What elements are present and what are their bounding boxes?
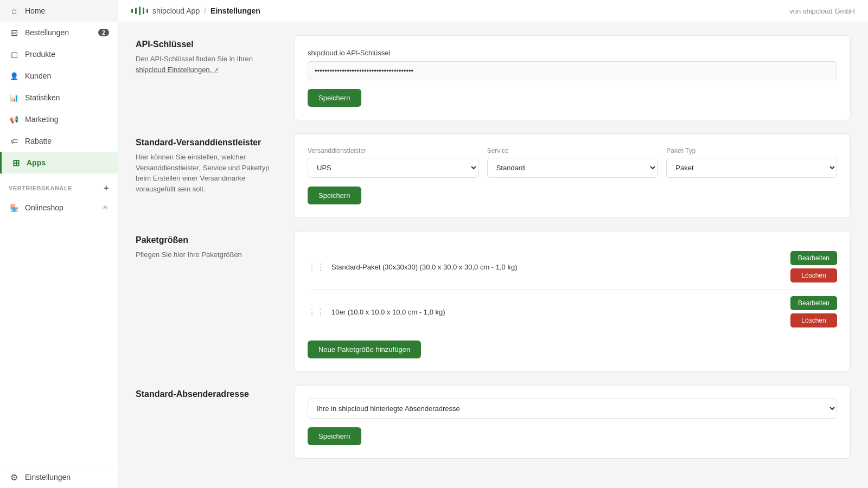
orders-icon xyxy=(9,27,20,38)
api-key-desc-text: Den API-Schlüssel finden Sie in Ihren sh… xyxy=(136,54,277,75)
api-key-input[interactable] xyxy=(308,61,837,80)
sidebar-item-kunden[interactable]: Kunden xyxy=(0,65,118,87)
main-content: shipcloud App / Einstellungen von shipcl… xyxy=(118,0,868,488)
shipcloud-logo xyxy=(131,7,148,15)
sender-address-title: Standard-Absenderadresse xyxy=(136,389,277,399)
sidebar-item-home[interactable]: Home xyxy=(0,0,118,22)
sidebar-item-apps[interactable]: Apps xyxy=(0,152,118,174)
package-type-dropdown-group: Paket-Typ Paket xyxy=(666,147,837,178)
api-key-section: API-Schlüssel Den API-Schlüssel finden S… xyxy=(136,35,851,120)
marketing-icon xyxy=(9,114,20,125)
discounts-icon xyxy=(9,136,20,146)
edit-package-button[interactable]: Bearbeiten xyxy=(790,296,837,310)
package-actions: Bearbeiten Löschen xyxy=(790,296,837,328)
package-sizes-description: Paketgrößen Pflegen Sie hier Ihre Paketg… xyxy=(136,231,277,372)
sidebar-item-bestellungen[interactable]: Bestellungen 2 xyxy=(0,22,118,43)
external-link-icon: ↗ xyxy=(214,67,219,73)
drag-handle-icon[interactable]: ⋮⋮ xyxy=(308,307,325,317)
carrier-select[interactable]: UPS xyxy=(308,158,478,178)
add-channel-icon[interactable] xyxy=(104,182,109,194)
package-name: 10er (10,0 x 10,0 x 10,0 cm - 1,0 kg) xyxy=(331,308,784,316)
carrier-save-button[interactable]: Speichern xyxy=(308,187,361,204)
breadcrumb: shipcloud App / Einstellungen xyxy=(131,7,260,15)
sender-address-form: Ihre in shipcloud hinterlegte Absenderad… xyxy=(294,385,851,459)
carrier-dropdowns-row: Versanddienstleister UPS Service Standar… xyxy=(308,147,837,178)
customers-icon xyxy=(9,70,20,81)
shipcloud-settings-link[interactable]: shipcloud Einstellungen. ↗ xyxy=(136,66,219,74)
app-name: shipcloud App xyxy=(152,7,200,15)
settings-content: API-Schlüssel Den API-Schlüssel finden S… xyxy=(118,22,868,488)
table-row: ⋮⋮ Standard-Paket (30x30x30) (30,0 x 30,… xyxy=(308,245,837,290)
package-type-select[interactable]: Paket xyxy=(666,158,837,178)
sidebar-bottom: Einstellungen xyxy=(0,466,118,488)
delete-package-button[interactable]: Löschen xyxy=(790,268,837,282)
carrier-desc-text: Hier können Sie einstellen, welcher Vers… xyxy=(136,152,277,194)
package-sizes-section: Paketgrößen Pflegen Sie hier Ihre Paketg… xyxy=(136,231,851,372)
sidebar-item-label: Bestellungen xyxy=(25,28,93,37)
settings-icon xyxy=(9,472,20,483)
package-actions: Bearbeiten Löschen xyxy=(790,251,837,282)
sender-address-select[interactable]: Ihre in shipcloud hinterlegte Absenderad… xyxy=(308,399,837,419)
delete-package-button[interactable]: Löschen xyxy=(790,313,837,328)
drag-handle-icon[interactable]: ⋮⋮ xyxy=(308,262,325,272)
sidebar-item-label: Rabatte xyxy=(25,137,109,145)
sidebar-item-onlineshop[interactable]: Onlineshop xyxy=(0,197,118,219)
package-name: Standard-Paket (30x30x30) (30,0 x 30,0 x… xyxy=(331,263,784,271)
api-key-save-button[interactable]: Speichern xyxy=(308,89,361,107)
sidebar: Home Bestellungen 2 Produkte Kunden Stat… xyxy=(0,0,118,488)
sidebar-item-label: Einstellungen xyxy=(25,473,109,481)
orders-badge: 2 xyxy=(98,29,109,36)
service-select[interactable]: Standard xyxy=(487,158,658,178)
edit-package-button[interactable]: Bearbeiten xyxy=(790,251,837,265)
table-row: ⋮⋮ 10er (10,0 x 10,0 x 10,0 cm - 1,0 kg)… xyxy=(308,290,837,334)
api-key-description: API-Schlüssel Den API-Schlüssel finden S… xyxy=(136,35,277,120)
apps-icon xyxy=(10,157,21,168)
sidebar-item-produkte[interactable]: Produkte xyxy=(0,43,118,65)
sidebar-item-label: Home xyxy=(25,7,109,15)
sidebar-item-statistiken[interactable]: Statistiken xyxy=(0,87,118,108)
stats-icon xyxy=(9,92,20,103)
carrier-title: Standard-Versanddienstleister xyxy=(136,138,277,147)
package-sizes-title: Paketgrößen xyxy=(136,235,277,245)
breadcrumb-separator: / xyxy=(204,7,206,15)
sidebar-item-label: Produkte xyxy=(25,50,109,59)
topbar: shipcloud App / Einstellungen von shipcl… xyxy=(118,0,868,22)
topbar-right-text: von shipcloud GmbH xyxy=(789,7,855,15)
api-key-title: API-Schlüssel xyxy=(136,40,277,49)
sidebar-item-label: Kunden xyxy=(25,72,109,80)
api-key-field-label: shipcloud.io API-Schlüssel xyxy=(308,49,837,57)
store-icon xyxy=(9,202,20,213)
eye-icon[interactable] xyxy=(102,203,109,212)
home-icon xyxy=(9,5,20,16)
add-package-size-button[interactable]: Neue Paketgröße hinzufügen xyxy=(308,341,421,358)
sidebar-item-label: Apps xyxy=(27,158,109,167)
sidebar-item-label: Onlineshop xyxy=(25,203,97,212)
sender-address-section: Standard-Absenderadresse Ihre in shipclo… xyxy=(136,385,851,459)
sidebar-item-einstellungen[interactable]: Einstellungen xyxy=(0,466,118,488)
page-title: Einstellungen xyxy=(210,7,260,15)
package-sizes-desc-text: Pflegen Sie hier Ihre Paketgrößen xyxy=(136,249,277,260)
sidebar-item-label: Statistiken xyxy=(25,93,109,102)
sender-address-description: Standard-Absenderadresse xyxy=(136,385,277,459)
package-type-label: Paket-Typ xyxy=(666,147,837,155)
section-header-vertrieb: VERTRIEBSKANÄLE xyxy=(0,174,118,197)
service-dropdown-group: Service Standard xyxy=(487,147,658,178)
carrier-form: Versanddienstleister UPS Service Standar… xyxy=(294,133,851,218)
service-label: Service xyxy=(487,147,658,155)
carrier-section: Standard-Versanddienstleister Hier könne… xyxy=(136,133,851,218)
package-sizes-form: ⋮⋮ Standard-Paket (30x30x30) (30,0 x 30,… xyxy=(294,231,851,372)
products-icon xyxy=(9,49,20,60)
sidebar-item-label: Marketing xyxy=(25,115,109,124)
sender-address-save-button[interactable]: Speichern xyxy=(308,427,361,445)
sidebar-item-marketing[interactable]: Marketing xyxy=(0,108,118,130)
sidebar-item-rabatte[interactable]: Rabatte xyxy=(0,130,118,152)
carrier-dropdown-group: Versanddienstleister UPS xyxy=(308,147,478,178)
api-key-form: shipcloud.io API-Schlüssel Speichern xyxy=(294,35,851,120)
carrier-label: Versanddienstleister xyxy=(308,147,478,155)
carrier-description: Standard-Versanddienstleister Hier könne… xyxy=(136,133,277,218)
